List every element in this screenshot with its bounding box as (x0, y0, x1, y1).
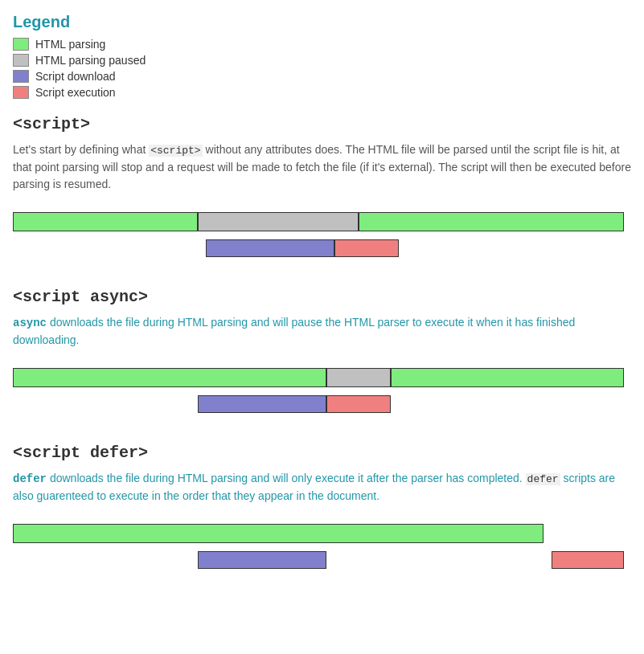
legend-label-script-execution: Script execution (35, 86, 116, 99)
legend-item-html-parsing-paused: HTML parsing paused (13, 54, 631, 67)
section-script-defer: <script defer> defer downloads the file … (13, 443, 631, 588)
legend-color-script-execution (13, 86, 29, 99)
desc-async-keyword: async (13, 317, 47, 329)
section-script: <script> Let's start by defining what <s… (13, 115, 631, 268)
bar-defer-download (198, 551, 326, 569)
section-async-heading: <script async> (13, 288, 631, 306)
desc-code-script: <script> (149, 145, 202, 157)
legend-label-html-parsing-paused: HTML parsing paused (35, 54, 146, 67)
legend-item-script-execution: Script execution (13, 86, 631, 99)
legend-title: Legend (13, 13, 631, 31)
bar-async-green-right (391, 368, 624, 387)
bar-async-download (198, 395, 326, 413)
legend-items: HTML parsing HTML parsing paused Script … (13, 38, 631, 99)
legend-label-script-download: Script download (35, 70, 116, 83)
section-defer-heading: <script defer> (13, 443, 631, 462)
desc-defer-keyword: defer (13, 472, 47, 485)
legend-item-html-parsing: HTML parsing (13, 38, 631, 51)
bar-script-green-left (13, 212, 198, 231)
bar-async-gray (326, 368, 391, 387)
desc-defer-code: defer (526, 473, 560, 485)
section-async-description: async downloads the file during HTML par… (13, 314, 631, 349)
section-script-description: Let's start by defining what <script> wi… (13, 141, 631, 193)
legend-label-html-parsing: HTML parsing (35, 38, 105, 51)
desc-async-text: downloads the file during HTML parsing a… (13, 316, 575, 346)
legend-color-html-parsing (13, 38, 29, 51)
desc-text-1: Let's start by defining what (13, 143, 149, 156)
desc-defer-text-1: downloads the file during HTML parsing a… (50, 472, 526, 484)
section-script-async: <script async> async downloads the file … (13, 288, 631, 424)
bar-async-execution (326, 395, 391, 413)
section-script-heading: <script> (13, 115, 631, 133)
legend-section: Legend HTML parsing HTML parsing paused … (13, 13, 631, 99)
bar-async-green-left (13, 368, 326, 387)
legend-color-script-download (13, 70, 29, 83)
bar-script-green-right (359, 212, 624, 231)
bar-defer-green (13, 524, 544, 543)
bar-script-gray (198, 212, 359, 231)
bar-script-execution (334, 239, 399, 257)
diagram-script-async (13, 360, 624, 424)
diagram-script-defer (13, 516, 624, 588)
bar-defer-execution (552, 551, 624, 569)
section-defer-description: defer downloads the file during HTML par… (13, 470, 631, 505)
bar-script-download (206, 239, 334, 257)
legend-color-html-parsing-paused (13, 54, 29, 67)
legend-item-script-download: Script download (13, 70, 631, 83)
diagram-script (13, 204, 624, 268)
